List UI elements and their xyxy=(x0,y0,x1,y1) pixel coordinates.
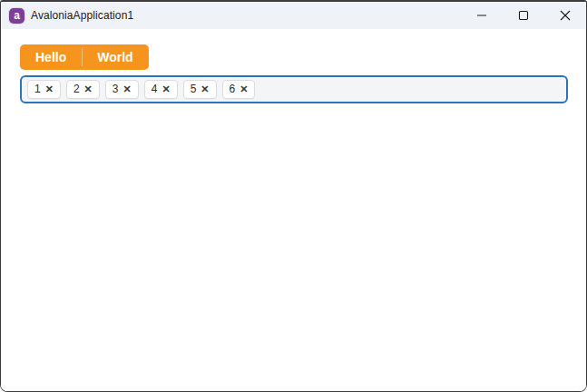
chip[interactable]: 6 ✕ xyxy=(222,80,256,99)
app-window: a AvaloniaApplication1 HelloWorld xyxy=(0,0,587,392)
close-button[interactable] xyxy=(544,2,586,29)
window-title: AvaloniaApplication1 xyxy=(31,9,133,22)
chip-close-icon[interactable]: ✕ xyxy=(201,84,209,94)
chip-label: 3 xyxy=(113,83,119,94)
chips-input[interactable]: 1 ✕ 2 ✕ 3 ✕ 4 ✕ 5 ✕ 6 ✕ xyxy=(20,75,568,103)
minimize-icon xyxy=(476,10,487,21)
chip-close-icon[interactable]: ✕ xyxy=(240,84,248,94)
chip-close-icon[interactable]: ✕ xyxy=(45,84,54,94)
chip[interactable]: 4 ✕ xyxy=(144,80,178,99)
chip-close-icon[interactable]: ✕ xyxy=(84,84,93,94)
hello-world-tabstrip: HelloWorld xyxy=(20,44,149,70)
caption-buttons xyxy=(461,2,586,29)
maximize-icon xyxy=(518,10,529,21)
chip-close-icon[interactable]: ✕ xyxy=(161,84,170,94)
chip-close-icon[interactable]: ✕ xyxy=(123,84,132,94)
chip-label: 1 xyxy=(34,83,41,94)
tab-button[interactable]: Hello xyxy=(20,44,82,70)
avalonia-logo-icon: a xyxy=(9,8,24,24)
maximize-button[interactable] xyxy=(503,2,544,29)
chip[interactable]: 2 ✕ xyxy=(66,80,100,99)
chip[interactable]: 5 ✕ xyxy=(183,80,217,99)
main-content: HelloWorld 1 ✕ 2 ✕ 3 ✕ 4 ✕ 5 ✕ 6 ✕ xyxy=(1,29,586,391)
chip[interactable]: 3 ✕ xyxy=(105,80,139,99)
close-icon xyxy=(560,10,571,21)
chip-label: 4 xyxy=(152,83,158,94)
titlebar[interactable]: a AvaloniaApplication1 xyxy=(1,2,586,29)
chip-label: 5 xyxy=(191,83,197,94)
chip-label: 2 xyxy=(73,83,80,94)
chip-label: 6 xyxy=(230,83,236,94)
minimize-button[interactable] xyxy=(461,2,503,29)
chip[interactable]: 1 ✕ xyxy=(27,80,61,99)
tab-button[interactable]: World xyxy=(82,44,148,70)
